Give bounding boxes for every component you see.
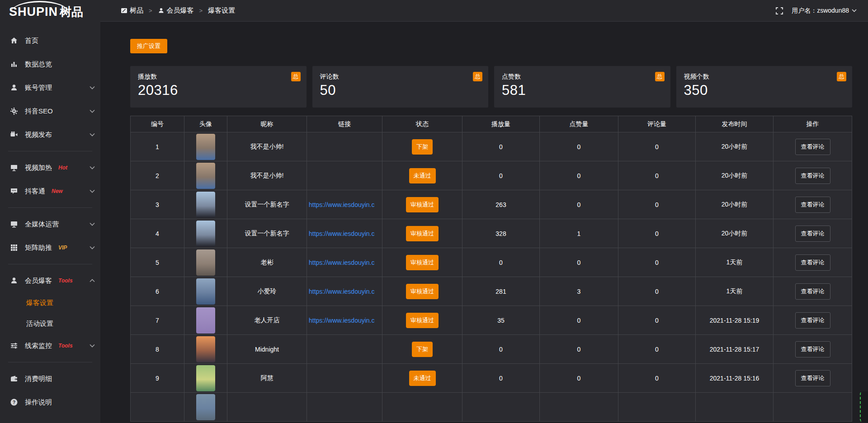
sidebar-item-6[interactable]: 视频加热Hot <box>0 156 100 179</box>
cell-comments: 0 <box>618 364 696 393</box>
cell-plays: 263 <box>462 190 540 219</box>
table-header: 编号头像昵称链接状态播放量点赞量评论量发布时间操作 <box>131 116 852 132</box>
cell-time: 1天前 <box>696 277 774 306</box>
view-comments-button[interactable]: 查看评论 <box>795 283 830 300</box>
svg-text:?: ? <box>13 400 15 405</box>
view-comments-button[interactable]: 查看评论 <box>795 341 830 357</box>
question-circle-icon: ? <box>10 398 18 406</box>
cell-link <box>307 161 382 190</box>
sidebar-item-7[interactable]: 抖客通New <box>0 179 100 203</box>
nav-divider <box>8 151 92 151</box>
view-comments-button[interactable]: 查看评论 <box>795 139 830 155</box>
cell-status: 未通过 <box>382 364 462 393</box>
status-badge[interactable]: 审核通过 <box>406 284 439 299</box>
cell-status: 下架 <box>382 335 462 364</box>
sidebar-subitem-label: 爆客设置 <box>26 299 53 307</box>
stat-card-3: 点赞数581总 <box>494 66 670 108</box>
breadcrumb-item-3[interactable]: 爆客设置 <box>208 6 235 15</box>
sidebar-subitem[interactable]: 爆客设置 <box>0 292 100 313</box>
chevron-down-icon <box>90 166 95 169</box>
cell-comments: 0 <box>618 190 696 219</box>
status-badge[interactable]: 未通过 <box>409 371 436 386</box>
total-badge: 总 <box>655 72 665 81</box>
cell-time: 20小时前 <box>696 190 774 219</box>
view-comments-button[interactable]: 查看评论 <box>795 226 830 242</box>
cell-nickname: 老人开店 <box>227 306 307 335</box>
breadcrumb-item-1[interactable]: 树品 <box>121 6 143 15</box>
view-comments-button[interactable]: 查看评论 <box>795 370 830 386</box>
video-camera-icon <box>10 131 18 139</box>
wallet-icon <box>10 375 18 383</box>
username-dropdown[interactable]: 用户名：zswodun88 <box>792 7 857 15</box>
video-link[interactable]: https://www.iesdouyin.c <box>309 230 375 237</box>
cell-action: 查看评论 <box>774 190 852 219</box>
view-comments-button[interactable]: 查看评论 <box>795 312 830 329</box>
screen-hot-icon <box>10 164 18 172</box>
cell-nickname: 我不是小帅! <box>227 132 307 161</box>
cell-likes: 0 <box>540 364 618 393</box>
video-link[interactable]: https://www.iesdouyin.c <box>309 288 375 295</box>
chevron-down-icon <box>90 344 95 348</box>
cell-nickname <box>227 393 307 422</box>
cell-likes: 0 <box>540 190 618 219</box>
cell-likes: 0 <box>540 132 618 161</box>
status-badge[interactable]: 审核通过 <box>406 313 439 328</box>
breadcrumb-item-2[interactable]: 会员爆客 <box>158 6 194 15</box>
stat-cards: 播放数20316总评论数50总点赞数581总视频个数350总 <box>130 66 852 108</box>
cell-time: 20小时前 <box>696 132 774 161</box>
sidebar-item-label: 视频加热 <box>25 164 52 172</box>
status-badge[interactable]: 下架 <box>412 139 433 155</box>
cell-action: 查看评论 <box>774 161 852 190</box>
cell-avatar <box>184 306 227 335</box>
stat-card-value: 20316 <box>138 82 300 99</box>
floating-service-widget[interactable] <box>860 391 868 422</box>
video-link[interactable]: https://www.iesdouyin.c <box>309 201 375 208</box>
topbar-tools: 用户名：zswodun88 <box>775 7 857 15</box>
sidebar-item-8[interactable]: 全媒体运营 <box>0 212 100 236</box>
cell-action: 查看评论 <box>774 335 852 364</box>
sidebar-item-4[interactable]: 抖音SEO <box>0 99 100 123</box>
sidebar-item-label: 消费明细 <box>25 375 52 383</box>
sidebar-item-3[interactable]: 账号管理 <box>0 76 100 99</box>
sidebar-item-2[interactable]: 数据总览 <box>0 52 100 76</box>
logo-arc <box>11 1 69 13</box>
view-comments-button[interactable]: 查看评论 <box>795 254 830 271</box>
status-badge[interactable]: 审核通过 <box>406 255 439 270</box>
breadcrumb-label: 爆客设置 <box>208 6 235 15</box>
promo-settings-button[interactable]: 推广设置 <box>130 39 167 53</box>
status-badge[interactable]: 审核通过 <box>406 226 439 241</box>
fullscreen-icon[interactable] <box>775 7 783 15</box>
sidebar-item-9[interactable]: 矩阵助推VIP <box>0 236 100 259</box>
sidebar-subitem-label: 活动设置 <box>26 320 53 328</box>
table-row: 6小爱玲https://www.iesdouyin.c审核通过281301天前查… <box>131 277 852 306</box>
sidebar-subitem[interactable]: 活动设置 <box>0 313 100 334</box>
cell-number: 4 <box>131 219 184 248</box>
cell-likes: 0 <box>540 306 618 335</box>
stat-card-value: 581 <box>502 82 664 99</box>
monitor-icon <box>10 220 18 228</box>
status-badge[interactable]: 审核通过 <box>406 197 439 212</box>
sidebar-item-12[interactable]: 消费明细 <box>0 367 100 390</box>
status-badge[interactable]: 未通过 <box>409 168 436 183</box>
cell-link: https://www.iesdouyin.c <box>307 306 382 335</box>
table-row: 2我不是小帅!未通过00020小时前查看评论 <box>131 161 852 190</box>
video-link[interactable]: https://www.iesdouyin.c <box>309 317 375 324</box>
cell-status: 审核通过 <box>382 277 462 306</box>
cell-action: 查看评论 <box>774 364 852 393</box>
status-badge[interactable]: 下架 <box>412 342 433 357</box>
sidebar-item-11[interactable]: 线索监控Tools <box>0 334 100 357</box>
chevron-down-icon <box>90 222 95 226</box>
sidebar-item-5[interactable]: 视频发布 <box>0 123 100 146</box>
sidebar-item-10[interactable]: 会员爆客Tools <box>0 269 100 292</box>
sidebar-item-1[interactable]: 首页 <box>0 29 100 52</box>
cell-avatar <box>184 219 227 248</box>
view-comments-button[interactable]: 查看评论 <box>795 197 830 213</box>
video-link[interactable]: https://www.iesdouyin.c <box>309 259 375 266</box>
cell-likes: 0 <box>540 335 618 364</box>
cell-action <box>774 393 852 422</box>
cell-comments: 0 <box>618 306 696 335</box>
view-comments-button[interactable]: 查看评论 <box>795 168 830 184</box>
column-header: 链接 <box>307 116 382 132</box>
sidebar-item-13[interactable]: ?操作说明 <box>0 390 100 414</box>
cell-avatar <box>184 161 227 190</box>
